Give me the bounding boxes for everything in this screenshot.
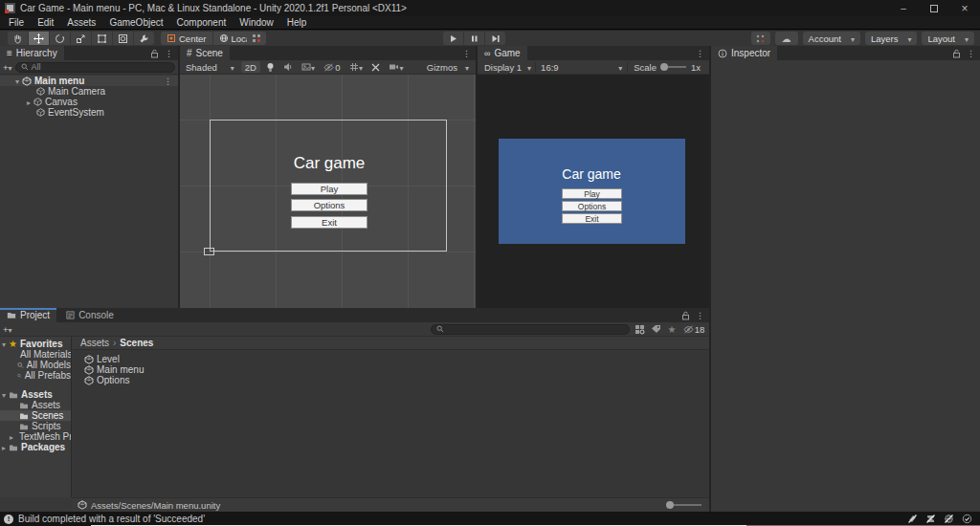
- title-bar: Car Game - Main menu - PC, Mac & Linux S…: [0, 0, 980, 16]
- hierarchy-search-input[interactable]: All: [15, 62, 175, 73]
- console-tab-icon: [66, 311, 75, 319]
- expand-arrow-icon[interactable]: [15, 76, 19, 86]
- scene-tools-button[interactable]: [369, 60, 383, 74]
- favorites-root[interactable]: ★ Favorites: [0, 339, 71, 349]
- scale-slider[interactable]: [661, 66, 686, 68]
- asset-main-menu[interactable]: Main menu: [73, 364, 709, 375]
- project-search-input[interactable]: [431, 324, 630, 335]
- transform-tool-button[interactable]: [113, 32, 133, 45]
- rotate-tool-button[interactable]: [50, 32, 70, 45]
- game-viewport[interactable]: Car game Play Options Exit: [478, 75, 709, 308]
- collab-button[interactable]: [751, 32, 770, 45]
- hierarchy-menu-icon[interactable]: ⋮: [165, 49, 173, 58]
- display-dropdown[interactable]: Display 1: [480, 62, 536, 73]
- scene-menu-icon[interactable]: ⋮: [164, 77, 178, 86]
- tab-project[interactable]: Project: [0, 308, 56, 322]
- pivot-toggle-button[interactable]: Center: [161, 32, 212, 45]
- scene-camera-dropdown[interactable]: [387, 60, 406, 74]
- menu-component[interactable]: Component: [170, 17, 234, 28]
- favorite-all-prefabs[interactable]: All Prefabs: [0, 370, 71, 381]
- menu-window[interactable]: Window: [233, 17, 280, 28]
- progress-ok-icon[interactable]: [962, 514, 972, 524]
- toggle-2d-button[interactable]: 2D: [241, 61, 260, 73]
- account-dropdown[interactable]: Account: [803, 32, 860, 45]
- layout-dropdown[interactable]: Layout: [922, 32, 974, 45]
- folder-scenes[interactable]: Scenes: [0, 410, 71, 421]
- tab-inspector[interactable]: Inspector: [711, 46, 777, 60]
- asset-options[interactable]: Options: [73, 375, 709, 385]
- close-button[interactable]: ×: [949, 0, 980, 16]
- status-message[interactable]: Build completed with a result of 'Succee…: [18, 514, 205, 524]
- scene-lighting-button[interactable]: [264, 60, 278, 74]
- tab-console[interactable]: Console: [59, 308, 121, 322]
- autolight-disabled-icon[interactable]: [907, 514, 918, 524]
- status-icons: [907, 514, 976, 524]
- maximize-button[interactable]: [919, 0, 949, 16]
- hand-tool-button[interactable]: [8, 32, 28, 45]
- lock-icon[interactable]: [952, 49, 961, 58]
- search-by-label-button[interactable]: [649, 322, 662, 336]
- minimize-button[interactable]: –: [888, 0, 919, 16]
- create-button[interactable]: +: [3, 62, 12, 73]
- breadcrumb-scenes[interactable]: Scenes: [120, 338, 153, 348]
- search-icon: [436, 325, 444, 333]
- inspector-menu-icon[interactable]: ⋮: [967, 49, 975, 58]
- step-button[interactable]: [485, 32, 505, 45]
- hierarchy-row-scene[interactable]: Main menu ⋮: [0, 76, 178, 86]
- game-ui-exit-button[interactable]: Exit: [562, 213, 622, 224]
- custom-tool-button[interactable]: [134, 32, 154, 45]
- game-menu-icon[interactable]: ⋮: [696, 49, 704, 58]
- hierarchy-row-eventsystem[interactable]: EventSystem: [0, 107, 178, 118]
- favorite-all-models[interactable]: All Models: [0, 360, 71, 370]
- project-menu-icon[interactable]: ⋮: [696, 311, 704, 320]
- folder-packages[interactable]: Packages: [0, 442, 71, 452]
- menu-edit[interactable]: Edit: [31, 17, 60, 28]
- cache-disabled-icon[interactable]: [925, 514, 936, 524]
- layers-dropdown[interactable]: Layers: [865, 32, 918, 45]
- canvas-corner-handle[interactable]: [204, 248, 214, 255]
- scene-visibility-button[interactable]: 0: [322, 60, 343, 74]
- tab-game[interactable]: ∞ Game: [478, 46, 527, 60]
- game-ui-options-button[interactable]: Options: [562, 201, 622, 211]
- folder-scripts[interactable]: Scripts: [0, 421, 71, 431]
- scene-menu-icon[interactable]: ⋮: [462, 49, 471, 58]
- breadcrumb-assets[interactable]: Assets: [80, 338, 109, 348]
- folder-textmeshpro[interactable]: TextMesh Pro: [0, 431, 71, 442]
- project-create-button[interactable]: +: [3, 324, 12, 335]
- menu-assets[interactable]: Assets: [60, 17, 102, 28]
- favorite-all-materials[interactable]: All Materials: [0, 349, 71, 360]
- folder-assets-root[interactable]: Assets: [0, 389, 71, 400]
- hierarchy-row-main-camera[interactable]: Main Camera: [0, 86, 178, 97]
- network-disabled-icon[interactable]: [944, 514, 954, 524]
- hidden-packages-button[interactable]: 18: [681, 322, 706, 336]
- rect-tool-button[interactable]: [92, 32, 112, 45]
- search-by-type-button[interactable]: [633, 322, 646, 336]
- icon-size-slider[interactable]: [667, 504, 702, 506]
- tab-hierarchy[interactable]: ≡ Hierarchy: [0, 46, 64, 60]
- gizmos-dropdown[interactable]: Gizmos: [427, 62, 473, 73]
- pause-button[interactable]: [464, 32, 484, 45]
- grid-snap-button[interactable]: [247, 32, 266, 45]
- scene-audio-button[interactable]: [281, 60, 295, 74]
- scene-viewport[interactable]: Car game Play Options Exit: [180, 75, 476, 308]
- menu-gameobject[interactable]: GameObject: [102, 17, 169, 28]
- aspect-dropdown[interactable]: 16:9: [536, 62, 627, 73]
- move-tool-button[interactable]: [29, 32, 49, 45]
- asset-level[interactable]: Level: [73, 354, 709, 364]
- lock-icon[interactable]: [150, 49, 159, 58]
- lock-icon[interactable]: [681, 311, 690, 320]
- cloud-button[interactable]: ☁: [775, 32, 798, 45]
- draw-mode-dropdown[interactable]: Shaded: [183, 62, 237, 73]
- scene-grid-dropdown[interactable]: [346, 60, 366, 74]
- folder-assets[interactable]: Assets: [0, 400, 71, 410]
- scene-effects-dropdown[interactable]: [299, 60, 318, 74]
- play-button[interactable]: [443, 32, 463, 45]
- favorite-search-button[interactable]: ★: [665, 322, 679, 336]
- scale-tool-button[interactable]: [71, 32, 91, 45]
- menu-file[interactable]: File: [2, 17, 31, 28]
- collapse-arrow-icon[interactable]: [27, 97, 31, 107]
- hierarchy-row-canvas[interactable]: Canvas: [0, 97, 178, 107]
- tab-scene[interactable]: # Scene: [180, 46, 230, 60]
- menu-help[interactable]: Help: [280, 17, 314, 28]
- game-ui-play-button[interactable]: Play: [562, 188, 622, 199]
